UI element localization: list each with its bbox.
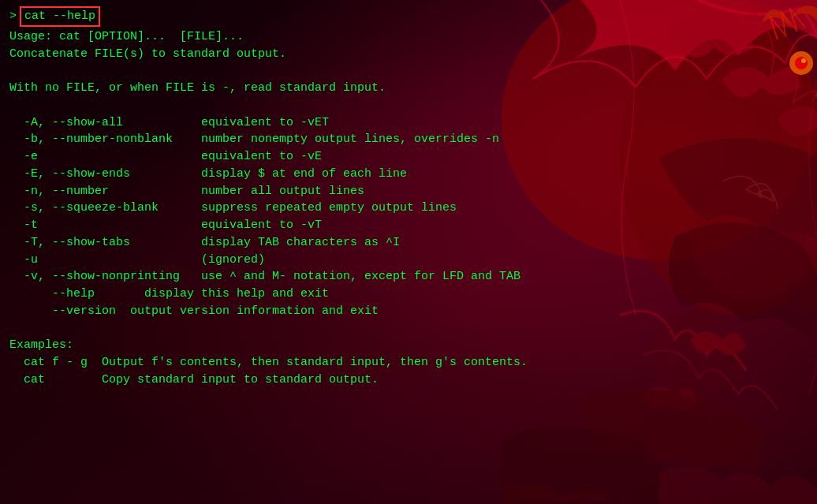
command-line: > cat --help (9, 6, 808, 27)
output-line-17: cat f - g Output f's contents, then stan… (9, 354, 808, 371)
blank-line-3 (9, 320, 808, 338)
output-line-15: --version output version information and… (9, 303, 808, 320)
terminal-window: > cat --help Usage: cat [OPTION]... [FIL… (0, 0, 817, 504)
command-text: cat --help (20, 6, 100, 27)
output-line-7: -E, --show-ends display $ at end of each… (9, 166, 808, 183)
blank-line-1 (9, 62, 808, 80)
output-line-9: -s, --squeeze-blank suppress repeated em… (9, 200, 808, 217)
output-line-6: -e equivalent to -vE (9, 148, 808, 166)
output-line-13: -v, --show-nonprinting use ^ and M- nota… (9, 268, 808, 286)
terminal-output: Usage: cat [OPTION]... [FILE]... Concate… (9, 28, 808, 389)
terminal-prompt: > (9, 8, 17, 25)
output-line-18: cat Copy standard input to standard outp… (9, 371, 808, 389)
output-line-1: Usage: cat [OPTION]... [FILE]... (9, 28, 808, 46)
output-line-4: -A, --show-all equivalent to -vET (9, 114, 808, 132)
output-line-16: Examples: (9, 337, 808, 354)
output-line-14: --help display this help and exit (9, 286, 808, 303)
output-line-3: With no FILE, or when FILE is -, read st… (9, 80, 808, 97)
output-line-11: -T, --show-tabs display TAB characters a… (9, 234, 808, 252)
blank-line-2 (9, 97, 808, 114)
output-line-8: -n, --number number all output lines (9, 183, 808, 200)
output-line-5: -b, --number-nonblank number nonempty ou… (9, 131, 808, 148)
output-line-2: Concatenate FILE(s) to standard output. (9, 46, 808, 63)
output-line-10: -t equivalent to -vT (9, 217, 808, 234)
output-line-12: -u (ignored) (9, 252, 808, 269)
